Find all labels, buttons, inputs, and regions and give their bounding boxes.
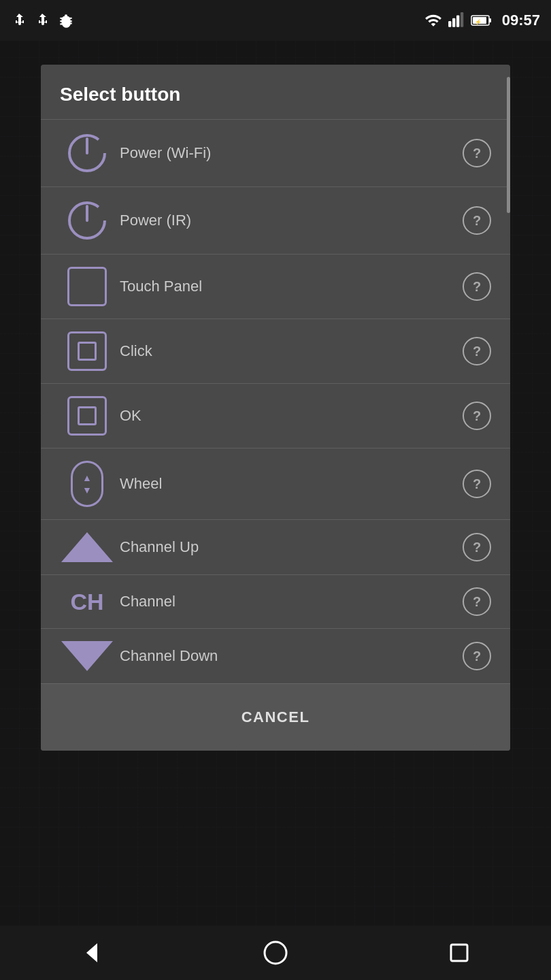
- dialog-title: Select button: [41, 65, 510, 119]
- wheel-help-btn[interactable]: ?: [463, 470, 491, 498]
- list-item[interactable]: ▲ ▼ Wheel ?: [41, 448, 510, 519]
- usb2-icon: [34, 12, 50, 29]
- home-button[interactable]: [255, 932, 296, 973]
- channel-down-label: Channel Down: [120, 647, 463, 665]
- svg-rect-14: [451, 945, 467, 961]
- svg-rect-0: [448, 21, 451, 27]
- list-item[interactable]: Power (IR) ?: [41, 186, 510, 254]
- status-icons-left: [11, 12, 75, 29]
- scrollbar-track: [506, 65, 510, 751]
- touch-panel-icon: [67, 267, 107, 306]
- ok-icon: [67, 396, 107, 436]
- power-ir-label: Power (IR): [120, 212, 463, 229]
- touch-panel-help-btn[interactable]: ?: [463, 272, 491, 301]
- bug-icon: [57, 12, 75, 29]
- list-item[interactable]: Channel Down ?: [41, 628, 510, 683]
- status-icons-right: ⚡ 09:57: [424, 12, 540, 29]
- click-label: Click: [120, 342, 463, 360]
- list-item[interactable]: Touch Panel ?: [41, 254, 510, 318]
- svg-text:⚡: ⚡: [475, 18, 482, 25]
- wheel-up-arrow: ▲: [82, 473, 92, 483]
- channel-down-icon: [61, 641, 113, 671]
- list-item[interactable]: OK ?: [41, 383, 510, 448]
- channel-up-icon: [61, 532, 113, 562]
- click-icon-wrap: [60, 331, 114, 371]
- ok-help-btn[interactable]: ?: [463, 402, 491, 430]
- ch-icon: CH: [70, 589, 103, 615]
- list-item[interactable]: Click ?: [41, 318, 510, 383]
- ok-label: OK: [120, 407, 463, 425]
- power-wifi-label: Power (Wi-Fi): [120, 144, 463, 162]
- usb-icon: [11, 12, 27, 29]
- scrollbar-thumb[interactable]: [507, 77, 510, 213]
- button-list: Power (Wi-Fi) ? Power (IR) ? Touch Panel…: [41, 119, 510, 683]
- recent-button[interactable]: [439, 932, 480, 973]
- ok-icon-wrap: [60, 396, 114, 436]
- channel-up-help-btn[interactable]: ?: [463, 533, 491, 561]
- list-item[interactable]: CH Channel ?: [41, 574, 510, 628]
- list-item[interactable]: Channel Up ?: [41, 519, 510, 574]
- svg-rect-2: [456, 15, 459, 27]
- power-wifi-icon: [60, 132, 114, 174]
- touch-panel-label: Touch Panel: [120, 278, 463, 295]
- channel-down-help-btn[interactable]: ?: [463, 642, 491, 670]
- wheel-icon-wrap: ▲ ▼: [60, 461, 114, 507]
- svg-rect-3: [461, 12, 463, 27]
- list-item[interactable]: Power (Wi-Fi) ?: [41, 119, 510, 186]
- channel-icon-wrap: CH: [60, 589, 114, 615]
- channel-up-label: Channel Up: [120, 538, 463, 556]
- wheel-icon: ▲ ▼: [71, 461, 103, 507]
- signal-icon: [448, 12, 465, 29]
- click-icon: [67, 331, 107, 371]
- status-bar: ⚡ 09:57: [0, 0, 551, 41]
- channel-label: Channel: [120, 593, 463, 610]
- svg-marker-12: [86, 943, 97, 962]
- back-button[interactable]: [71, 932, 112, 973]
- wheel-down-arrow: ▼: [82, 485, 92, 495]
- power-ir-help-btn[interactable]: ?: [463, 206, 491, 235]
- channel-up-icon-wrap: [60, 532, 114, 562]
- power-wifi-help-btn[interactable]: ?: [463, 139, 491, 167]
- channel-down-icon-wrap: [60, 641, 114, 671]
- wifi-icon: [424, 12, 442, 29]
- battery-icon: ⚡: [471, 12, 492, 29]
- channel-help-btn[interactable]: ?: [463, 587, 491, 616]
- nav-bar: [0, 926, 551, 980]
- svg-point-13: [265, 942, 286, 964]
- click-help-btn[interactable]: ?: [463, 337, 491, 365]
- wheel-label: Wheel: [120, 475, 463, 493]
- cancel-section: CANCEL: [41, 683, 510, 751]
- svg-rect-1: [452, 18, 455, 27]
- back-icon: [78, 939, 105, 966]
- select-button-dialog: Select button Power (Wi-Fi) ? Power (IR): [41, 65, 510, 751]
- cancel-button[interactable]: CANCEL: [201, 698, 351, 737]
- recent-icon: [447, 941, 471, 965]
- svg-rect-5: [489, 18, 491, 22]
- touch-panel-icon-wrap: [60, 267, 114, 306]
- home-icon: [262, 939, 289, 966]
- power-ir-icon: [60, 199, 114, 242]
- status-time: 09:57: [502, 12, 540, 29]
